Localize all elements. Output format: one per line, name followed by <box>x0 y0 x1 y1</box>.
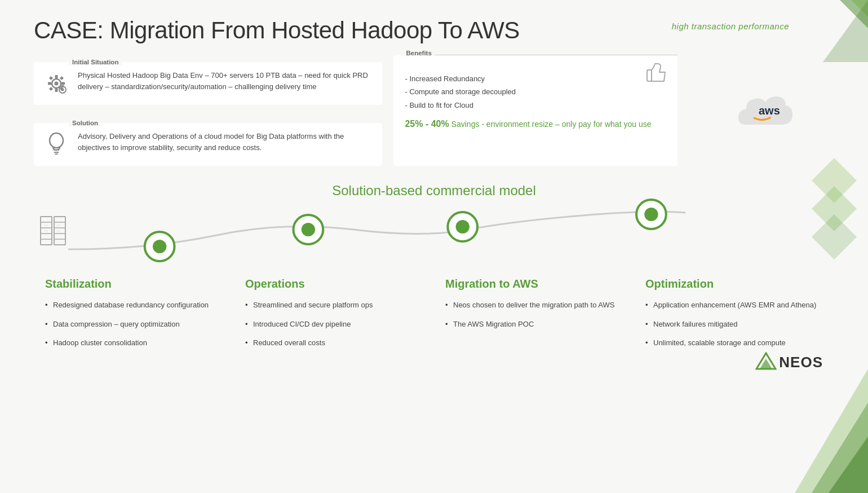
lightbulb-icon <box>43 131 70 158</box>
top-section: Initial Situation <box>34 55 834 166</box>
stabilization-item-1: Redesigned database redundancy configura… <box>45 300 223 311</box>
info-boxes: Initial Situation <box>34 55 382 166</box>
initial-situation-text: Physical Hosted Hadoop Big Data Env – 70… <box>78 70 373 92</box>
optimization-item-2: Network failures mitigated <box>645 319 823 330</box>
columns-section: Stabilization Redesigned database redund… <box>34 278 834 356</box>
operations-item-1: Streamlined and secure platform ops <box>245 300 423 311</box>
migration-title: Migration to AWS <box>445 278 623 290</box>
page-container: CASE: Migration From Hosted Hadoop To AW… <box>0 0 868 493</box>
cloud-shape: aws <box>725 85 798 136</box>
svg-point-37 <box>644 208 658 221</box>
svg-text:···: ··· <box>44 223 48 228</box>
svg-rect-27 <box>647 70 652 81</box>
neos-text: NEOS <box>779 354 823 371</box>
svg-text:···: ··· <box>56 228 60 234</box>
optimization-title: Optimization <box>645 278 823 290</box>
svg-marker-3 <box>823 0 868 62</box>
svg-rect-16 <box>49 76 53 80</box>
svg-point-11 <box>55 82 59 86</box>
initial-situation-label: Initial Situation <box>69 59 122 65</box>
operations-item-2: Introduced CI/CD dev pipeline <box>245 319 423 330</box>
benefits-label: Benefits <box>402 50 435 56</box>
deco-top-right <box>806 0 868 62</box>
svg-text:···: ··· <box>56 223 60 228</box>
solution-model-section: Solution-based commercial model <box>34 183 834 356</box>
benefits-box: Benefits Increased Redundancy Compute an… <box>393 55 677 166</box>
solution-container: Solution Advisory, Delivery and Operatio… <box>34 116 382 166</box>
solution-box: Advisory, Delivery and Operations of a c… <box>34 123 382 166</box>
optimization-item-3: Unlimited, scalable storage and compute <box>645 337 823 349</box>
benefit-item-2: Compute and storage decoupled <box>405 85 666 98</box>
aws-cloud: aws <box>725 85 798 136</box>
operations-items: Streamlined and secure platform ops Intr… <box>245 300 423 349</box>
migration-item-1: Neos chosen to deliver the migration pat… <box>445 300 623 311</box>
svg-point-21 <box>61 89 64 91</box>
svg-rect-18 <box>49 87 53 91</box>
database-icon: ··· ··· ··· ··· <box>39 215 68 252</box>
svg-text:···: ··· <box>44 228 48 234</box>
stabilization-item-2: Data compression – query optimization <box>45 319 223 330</box>
optimization-items: Application enhancement (AWS EMR and Ath… <box>645 300 823 349</box>
operations-title: Operations <box>245 278 423 290</box>
timeline-area: ··· ··· ··· ··· <box>34 199 834 272</box>
optimization-item-1: Application enhancement (AWS EMR and Ath… <box>645 300 823 311</box>
svg-point-35 <box>456 220 470 234</box>
neos-logo: NEOS <box>755 352 823 373</box>
svg-point-31 <box>153 240 166 253</box>
initial-situation-container: Initial Situation <box>34 55 382 105</box>
svg-rect-12 <box>55 75 58 78</box>
benefit-item-3: Build to fit for Cloud <box>405 99 666 112</box>
column-optimization: Optimization Application enhancement (AW… <box>634 278 834 356</box>
svg-rect-14 <box>48 82 51 85</box>
svg-rect-22 <box>61 85 64 87</box>
benefits-list: Increased Redundancy Compute and storage… <box>405 72 666 112</box>
stabilization-title: Stabilization <box>45 278 223 290</box>
thumbs-up-icon <box>644 61 668 88</box>
savings-description: Savings - environment resize – only pay … <box>449 120 652 129</box>
svg-rect-17 <box>60 76 64 80</box>
svg-text:aws: aws <box>759 104 780 117</box>
gear-icon <box>43 70 70 97</box>
savings-text: 25% - 40% Savings - environment resize –… <box>405 117 666 131</box>
svg-rect-15 <box>61 82 65 85</box>
solution-model-title: Solution-based commercial model <box>34 183 834 199</box>
initial-situation-box: Physical Hosted Hadoop Big Data Env – 70… <box>34 62 382 105</box>
timeline-svg <box>34 199 834 272</box>
column-stabilization: Stabilization Redesigned database redund… <box>34 278 234 356</box>
deco-bottom-right <box>795 369 868 493</box>
column-operations: Operations Streamlined and secure platfo… <box>234 278 434 356</box>
migration-item-2: The AWS Migration POC <box>445 319 623 330</box>
savings-highlight: 25% - 40% <box>405 119 449 129</box>
svg-rect-13 <box>55 89 58 92</box>
svg-point-33 <box>302 223 315 236</box>
solution-label: Solution <box>69 120 101 126</box>
benefit-item-1: Increased Redundancy <box>405 72 666 85</box>
neos-icon <box>755 352 777 373</box>
aws-area: aws <box>689 55 834 166</box>
column-migration: Migration to AWS Neos chosen to deliver … <box>434 278 634 356</box>
migration-items: Neos chosen to deliver the migration pat… <box>445 300 623 329</box>
svg-point-23 <box>50 133 63 148</box>
subtitle: high transaction performance <box>672 21 789 31</box>
operations-item-3: Reduced overall costs <box>245 337 423 349</box>
stabilization-items: Redesigned database redundancy configura… <box>45 300 223 349</box>
solution-text: Advisory, Delivery and Operations of a c… <box>78 131 373 153</box>
stabilization-item-3: Hadoop cluster consolidation <box>45 337 223 349</box>
